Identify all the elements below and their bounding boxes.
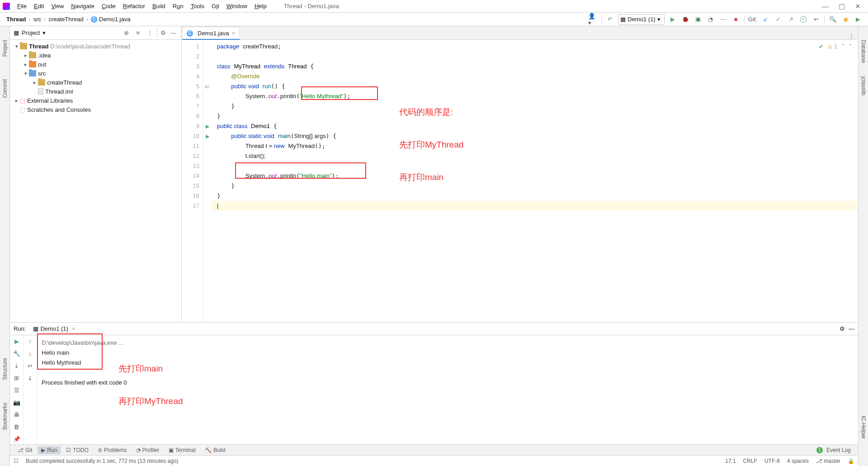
layout-icon[interactable]: ⊞ [14, 375, 19, 381]
menu-navigate[interactable]: Navigate [67, 1, 98, 11]
profile-button[interactable]: ◔ [706, 14, 716, 24]
status-line-sep[interactable]: CRLF [743, 458, 757, 464]
gear-icon[interactable]: ⚙ [840, 325, 845, 332]
git-commit-icon[interactable]: ✓ [773, 14, 783, 24]
tool-event-log[interactable]: 1Event Log [813, 446, 854, 454]
filter-icon[interactable]: ☰ [14, 387, 19, 394]
down-icon[interactable]: ↓ [28, 350, 32, 357]
status-lock-icon[interactable]: 🔒 [848, 458, 854, 464]
git-rollback-icon[interactable]: ↩ [811, 14, 821, 24]
search-icon[interactable]: 🔍 [828, 14, 838, 24]
tool-commit[interactable]: Commit [2, 79, 8, 98]
tool-bookmarks[interactable]: Bookmarks [2, 403, 8, 430]
menu-tools[interactable]: Tools [187, 1, 208, 11]
collapse-all-icon[interactable]: ⋮ [145, 29, 154, 38]
tree-iml[interactable]: Thread.iml [10, 87, 181, 96]
scroll-icon[interactable]: ⤓ [28, 375, 33, 381]
crumb-file[interactable]: CDemo1.java [88, 15, 133, 24]
tool-problems[interactable]: ⊘ Problems [94, 446, 131, 454]
locate-icon[interactable]: ⊕ [122, 29, 131, 38]
tree-ext[interactable]: ▸⬚External Libraries [10, 96, 181, 105]
tree-src[interactable]: ▾src [10, 69, 181, 78]
wrap-icon[interactable]: ↩ [28, 362, 33, 369]
tree-root[interactable]: ▾ Thread D:\code\java\Javacode\Thread [10, 42, 181, 51]
expand-all-icon[interactable]: ≡ [133, 29, 142, 38]
status-branch[interactable]: ⎇ master [816, 458, 840, 464]
coverage-button[interactable]: ▣ [693, 14, 703, 24]
down-icon[interactable]: ⇣ [14, 362, 19, 369]
tree-create[interactable]: ▸createThread [10, 78, 181, 87]
tool-terminal[interactable]: ▣ Terminal [165, 446, 199, 454]
close-icon[interactable]: × [72, 325, 75, 332]
trash-icon[interactable]: 🗑 [14, 423, 19, 430]
menu-window[interactable]: Window [223, 1, 251, 11]
hide-icon[interactable]: — [169, 29, 178, 38]
tool-ichelper[interactable]: IC-Helper [860, 416, 867, 439]
tool-todo[interactable]: ☑ TODO [62, 446, 92, 454]
menu-git[interactable]: Git [208, 1, 223, 11]
git-update-icon[interactable]: ↙ [760, 14, 770, 24]
run-anything-icon[interactable]: ▶ [853, 14, 863, 24]
rerun-icon[interactable]: ▶ [14, 338, 19, 345]
pin-icon[interactable]: 📌 [13, 436, 20, 442]
tool-git[interactable]: ⎇ Git [14, 446, 36, 454]
git-history-icon[interactable]: 🕘 [798, 14, 808, 24]
editor-body[interactable]: 1234567891011121314151617 o↑ ▶ ▶ package… [182, 40, 858, 322]
tool-structure[interactable]: Structure [2, 358, 8, 380]
ide-settings-icon[interactable]: ◉ [840, 14, 850, 24]
project-title[interactable]: Project [22, 29, 40, 36]
run-gutter-icon[interactable]: ▶ [203, 121, 212, 131]
inspection-widget[interactable]: ✔ 1 ˄ ˅ [819, 43, 852, 50]
tab-demo1[interactable]: C Demo1.java × [182, 27, 240, 40]
menu-help[interactable]: Help [251, 1, 270, 11]
status-caret-pos[interactable]: 17:1 [725, 458, 736, 464]
chevron-down-icon[interactable]: ▾ [42, 29, 46, 36]
project-tree[interactable]: ▾ Thread D:\code\java\Javacode\Thread ▸.… [10, 40, 181, 322]
crumb-pkg[interactable]: createThread [46, 15, 86, 24]
crumb-src[interactable]: src [31, 15, 44, 24]
tool-project[interactable]: Project [2, 40, 8, 57]
attach-icon[interactable]: ⋯ [718, 14, 728, 24]
print-icon[interactable]: 🖶 [14, 411, 19, 418]
status-icon[interactable]: ☐ [14, 458, 19, 464]
minimize-button[interactable]: — [822, 2, 829, 10]
up-icon[interactable]: ↑ [28, 338, 32, 345]
tree-scratches[interactable]: ⬚Scratches and Consoles [10, 105, 181, 114]
status-encoding[interactable]: UTF-8 [764, 458, 780, 464]
tool-database[interactable]: Database [860, 40, 867, 63]
menu-code[interactable]: Code [98, 1, 119, 11]
run-tab[interactable]: ▦Demo1 (1)× [29, 324, 79, 333]
menu-refactor[interactable]: Refactor [119, 1, 149, 11]
tree-out[interactable]: ▸out [10, 60, 181, 69]
menu-edit[interactable]: Edit [30, 1, 47, 11]
run-gutter-icon[interactable]: ▶ [203, 131, 212, 141]
tool-jclasslib[interactable]: jclasslib [860, 76, 867, 95]
run-button[interactable]: ▶ [668, 14, 678, 24]
wrench-icon[interactable]: 🔧 [13, 350, 20, 357]
debug-button[interactable]: 🐞 [680, 14, 690, 24]
menu-view[interactable]: View [47, 1, 67, 11]
status-indent[interactable]: 4 spaces [787, 458, 809, 464]
code-area[interactable]: package createThread; class MyThread ext… [212, 40, 858, 322]
crumb-root[interactable]: Thread [4, 15, 28, 24]
close-icon[interactable]: × [231, 30, 235, 37]
camera-icon[interactable]: 📷 [13, 399, 20, 406]
override-icon[interactable]: o↑ [203, 81, 212, 91]
tab-options-icon[interactable]: ⋮ [845, 33, 858, 39]
run-config-combo[interactable]: ▦ Demo1 (1) ▾ [618, 14, 664, 25]
menu-file[interactable]: File [14, 1, 30, 11]
tool-build[interactable]: 🔨 Build [201, 446, 229, 454]
tool-run[interactable]: ▶ Run [38, 446, 61, 454]
menu-run[interactable]: Run [169, 1, 187, 11]
gear-icon[interactable]: ⚙ [157, 29, 166, 38]
tool-profiler[interactable]: ◔ Profiler [132, 446, 163, 454]
console-output[interactable]: D:\develop\Java\bin\java.exe ... Hello m… [37, 335, 858, 444]
back-arrow-icon[interactable]: ↶ [605, 14, 615, 24]
maximize-button[interactable]: ▢ [839, 2, 845, 10]
stop-button[interactable]: ■ [731, 14, 741, 24]
chevron-up-icon[interactable]: ˄ [842, 43, 844, 50]
hide-icon[interactable]: — [849, 325, 854, 332]
git-push-icon[interactable]: ↗ [786, 14, 796, 24]
tree-idea[interactable]: ▸.idea [10, 51, 181, 60]
add-user-icon[interactable]: 👤▾ [588, 14, 598, 24]
